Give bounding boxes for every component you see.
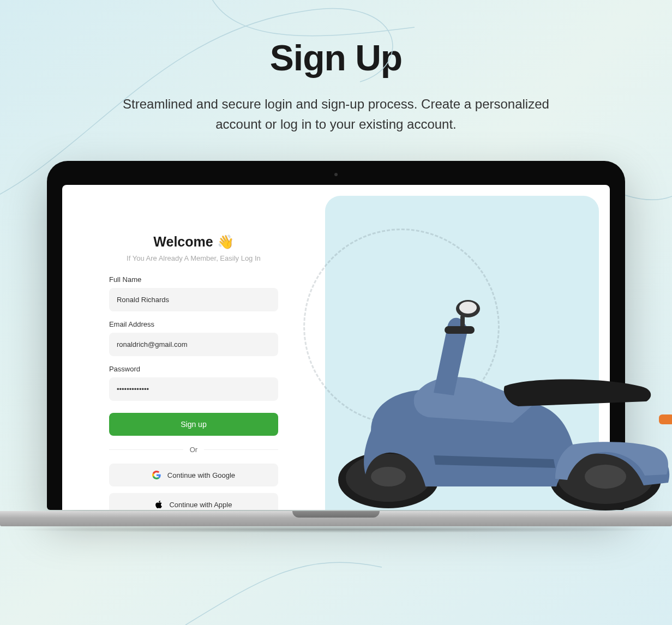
full-name-input[interactable] — [109, 288, 278, 311]
full-name-label: Full Name — [109, 275, 278, 284]
laptop-base — [0, 511, 672, 533]
google-icon — [152, 471, 161, 479]
continue-apple-button[interactable]: Continue with Apple — [109, 493, 278, 510]
page-title: Sign Up — [33, 37, 639, 79]
apple-icon — [155, 500, 163, 509]
email-input[interactable] — [109, 333, 278, 356]
email-label: Email Address — [109, 320, 278, 328]
google-button-label: Continue with Google — [167, 471, 235, 479]
password-input[interactable] — [109, 377, 278, 401]
divider-line — [109, 449, 183, 450]
welcome-subtext: If You Are Already A Member, Easily Log … — [127, 254, 261, 262]
laptop-mockup: Welcome 👋 If You Are Already A Member, E… — [47, 161, 625, 510]
svg-rect-6 — [659, 414, 672, 424]
apple-button-label: Continue with Apple — [169, 501, 232, 509]
divider-text: Or — [190, 446, 197, 454]
signup-form-panel: Welcome 👋 If You Are Already A Member, E… — [62, 185, 325, 510]
decorative-circle — [303, 229, 500, 425]
welcome-heading: Welcome 👋 — [153, 234, 233, 250]
divider-line — [204, 449, 278, 450]
page-subtitle: Streamlined and secure login and sign-up… — [112, 94, 560, 134]
password-label: Password — [109, 365, 278, 373]
laptop-camera — [334, 173, 338, 176]
continue-google-button[interactable]: Continue with Google — [109, 464, 278, 486]
signup-button[interactable]: Sign up — [109, 413, 278, 436]
illustration-panel — [325, 196, 599, 510]
